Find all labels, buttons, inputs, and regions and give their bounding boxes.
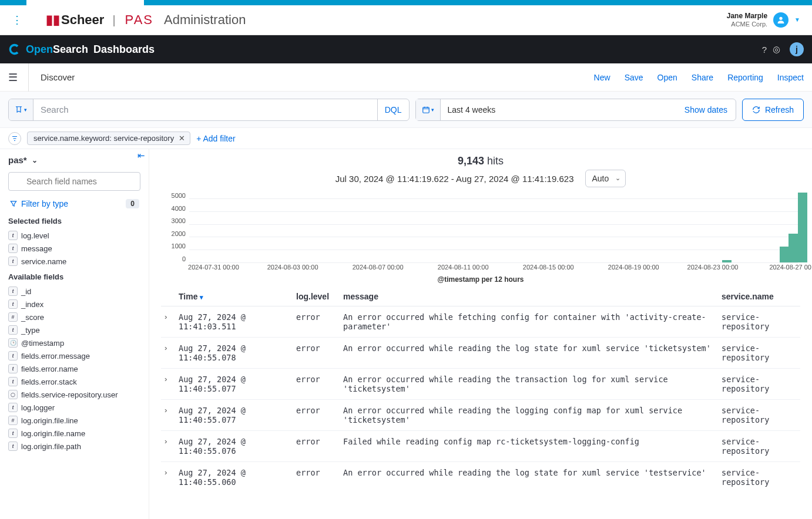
sort-desc-icon: ▾ [200, 294, 203, 301]
user-name: Jane Marple [727, 12, 767, 20]
os-user-avatar[interactable]: j [790, 42, 804, 56]
column-message[interactable]: message [340, 287, 718, 306]
nav-links: NewSaveOpenShareReportingInspect [594, 73, 804, 82]
saved-query-button[interactable]: ▾ [9, 99, 33, 120]
field-message[interactable]: message [8, 242, 140, 255]
y-tick: 2000 [166, 230, 186, 237]
page-title: Discover [41, 72, 75, 82]
column-service[interactable]: service.name [718, 287, 800, 306]
table-row[interactable]: › Aug 27, 2024 @ 11:41:03.511 error An e… [161, 306, 800, 338]
date-range-text[interactable]: Last 4 weeks [441, 105, 676, 114]
show-dates-link[interactable]: Show dates [676, 105, 736, 114]
app-menu-icon[interactable]: ⋮ [12, 14, 22, 26]
svg-point-0 [779, 17, 782, 20]
nav-link-new[interactable]: New [594, 73, 610, 82]
field-type-icon [8, 390, 18, 399]
query-bar: ▾ DQL ▾ Last 4 weeks Show dates Refresh [0, 92, 812, 128]
field-log-level[interactable]: log.level [8, 229, 140, 242]
histogram-bar[interactable] [798, 193, 807, 262]
expand-row-icon[interactable]: › [161, 400, 175, 431]
table-row[interactable]: › Aug 27, 2024 @ 11:40:55.077 error An e… [161, 400, 800, 431]
add-filter-button[interactable]: + Add filter [196, 134, 236, 143]
field-@timestamp[interactable]: @timestamp [8, 336, 140, 349]
field-type-icon [8, 377, 18, 386]
field-fields-error-message[interactable]: fields.error.message [8, 349, 140, 362]
field-type-icon [8, 231, 18, 240]
field-type-icon [8, 244, 18, 253]
histogram-bar[interactable] [788, 234, 798, 262]
brand-pas: PAS [125, 12, 153, 28]
field-search-input[interactable] [8, 172, 140, 191]
field-label: _score [21, 313, 44, 322]
brand: ▮▮Scheer | PAS Administration [46, 12, 246, 28]
y-tick: 1000 [166, 242, 186, 250]
filter-by-type-button[interactable]: Filter by type 0 [8, 197, 140, 211]
histogram-chart[interactable]: Count 500040003000200010000 2024-07-31 0… [149, 190, 812, 284]
histogram-bar[interactable] [780, 247, 789, 262]
opensearch-title: OpenSearch Dashboards [26, 43, 155, 56]
hits-count: 9,143 hits [149, 155, 812, 167]
histogram-bar[interactable] [722, 260, 732, 262]
field-fields-error-stack[interactable]: fields.error.stack [8, 375, 140, 388]
field-_index[interactable]: _index [8, 298, 140, 311]
field-service-name[interactable]: service.name [8, 255, 140, 268]
fields-sidebar: ⇤ pas* ⌄ Filter by type 0 Selected field… [0, 149, 149, 519]
field-fields-service-repository-user[interactable]: fields.service-repository.user [8, 388, 140, 401]
filter-pill-label: service.name.keyword: service-repository [33, 134, 174, 143]
help-icon[interactable]: ? [762, 45, 767, 55]
table-row[interactable]: › Aug 27, 2024 @ 11:40:55.060 error An e… [161, 462, 800, 493]
filter-options-icon[interactable] [8, 132, 21, 145]
date-quick-select[interactable]: ▾ [416, 99, 441, 120]
cell-time: Aug 27, 2024 @ 11:40:55.077 [175, 369, 293, 400]
cell-service: service-repository [718, 400, 800, 431]
table-row[interactable]: › Aug 27, 2024 @ 11:40:55.078 error An e… [161, 338, 800, 369]
field-log-origin-file-line[interactable]: log.origin.file.line [8, 414, 140, 427]
expand-row-icon[interactable]: › [161, 306, 175, 338]
filter-remove-icon[interactable]: ✕ [177, 134, 186, 143]
field-label: fields.error.stack [21, 378, 77, 386]
cell-level: error [293, 462, 340, 493]
opensearch-header: OpenSearch Dashboards ? ◎ j [0, 35, 812, 63]
field-log-logger[interactable]: log.logger [8, 401, 140, 414]
table-row[interactable]: › Aug 27, 2024 @ 11:40:55.076 error Fail… [161, 431, 800, 462]
nav-link-share[interactable]: Share [692, 73, 713, 82]
field-_id[interactable]: _id [8, 285, 140, 298]
cell-message: An error occurred while reading the logg… [340, 400, 718, 431]
expand-row-icon[interactable]: › [161, 431, 175, 462]
refresh-button[interactable]: Refresh [742, 99, 804, 121]
search-input[interactable] [33, 99, 377, 120]
field-fields-error-name[interactable]: fields.error.name [8, 362, 140, 375]
nav-link-open[interactable]: Open [657, 73, 677, 82]
nav-link-save[interactable]: Save [625, 73, 643, 82]
x-axis-label: @timestamp per 12 hours [163, 275, 798, 284]
column-time[interactable]: Time ▾ [175, 287, 293, 306]
expand-row-icon[interactable]: › [161, 369, 175, 400]
cell-level: error [293, 431, 340, 462]
filter-pill-service-name[interactable]: service.name.keyword: service-repository… [27, 132, 190, 145]
column-level[interactable]: log.level [293, 287, 340, 306]
nav-toggle-icon[interactable]: ☰ [8, 63, 29, 92]
chevron-down-icon: ⌄ [32, 156, 38, 164]
cell-service: service-repository [718, 338, 800, 369]
x-tick: 2024-08-19 00:00 [608, 264, 659, 271]
field-log-origin-file-path[interactable]: log.origin.file.path [8, 440, 140, 453]
index-pattern-select[interactable]: pas* ⌄ [8, 155, 140, 165]
nav-link-reporting[interactable]: Reporting [727, 73, 763, 82]
field-_score[interactable]: _score [8, 311, 140, 323]
dql-toggle[interactable]: DQL [377, 99, 409, 120]
cell-message: An error occurred while reading the tran… [340, 369, 718, 400]
expand-row-icon[interactable]: › [161, 462, 175, 493]
field-_type[interactable]: _type [8, 323, 140, 336]
field-type-icon [8, 287, 18, 296]
interval-select[interactable]: Auto ⌄ [585, 170, 626, 187]
table-row[interactable]: › Aug 27, 2024 @ 11:40:55.077 error An e… [161, 369, 800, 400]
expand-row-icon[interactable]: › [161, 338, 175, 369]
nav-link-inspect[interactable]: Inspect [777, 73, 804, 82]
sidebar-collapse-icon[interactable]: ⇤ [137, 150, 145, 161]
y-tick: 5000 [166, 192, 186, 199]
cell-service: service-repository [718, 431, 800, 462]
newsfeed-icon[interactable]: ◎ [773, 44, 780, 55]
user-block[interactable]: Jane Marple ACME Corp. ▼ [727, 12, 800, 28]
field-log-origin-file-name[interactable]: log.origin.file.name [8, 427, 140, 440]
cell-service: service-repository [718, 306, 800, 338]
